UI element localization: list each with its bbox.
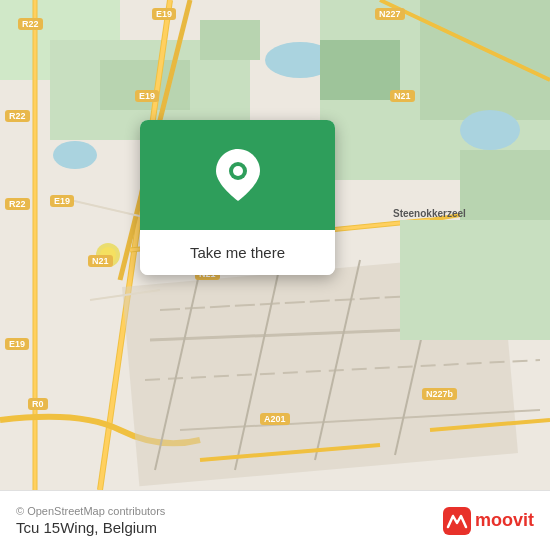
road-label-r22-left2: R22 (5, 198, 30, 210)
svg-rect-10 (200, 20, 260, 60)
popup-card: Take me there (140, 120, 335, 275)
road-label-r22-top: R22 (18, 18, 43, 30)
svg-rect-9 (100, 60, 190, 110)
moovit-logo-icon (443, 507, 471, 535)
road-label-n21-right: N21 (390, 90, 415, 102)
road-label-n227-top: N227 (375, 8, 405, 20)
map-label-steenokkerzeel: Steenokkerzeel (393, 208, 466, 219)
road-label-r22-left1: R22 (5, 110, 30, 122)
svg-point-38 (233, 166, 243, 176)
svg-point-6 (460, 110, 520, 150)
road-label-e19-mid2: E19 (50, 195, 74, 207)
road-label-e19-bottom: E19 (5, 338, 29, 350)
svg-rect-8 (320, 40, 400, 100)
take-me-there-button[interactable]: Take me there (140, 230, 335, 275)
moovit-logo: moovit (443, 507, 534, 535)
bottom-left: © OpenStreetMap contributors Tcu 15Wing,… (16, 505, 165, 536)
road-label-a201-bottom: A201 (260, 413, 290, 425)
road-label-e19-mid1: E19 (135, 90, 159, 102)
location-name: Tcu 15Wing, Belgium (16, 519, 165, 536)
moovit-brand-text: moovit (475, 510, 534, 531)
map-container: R22 E19 N227 R22 R22 E19 E19 N21 N21 N21… (0, 0, 550, 490)
svg-rect-35 (400, 220, 550, 340)
road-label-n227b-bottom: N227b (422, 388, 457, 400)
popup-green-area (140, 120, 335, 230)
road-label-r0-bottom: R0 (28, 398, 48, 410)
svg-point-7 (53, 141, 97, 169)
copyright-text: © OpenStreetMap contributors (16, 505, 165, 517)
svg-rect-36 (460, 150, 550, 220)
bottom-bar: © OpenStreetMap contributors Tcu 15Wing,… (0, 490, 550, 550)
svg-rect-2 (420, 0, 550, 120)
location-pin-icon (216, 149, 260, 201)
road-label-e19-top: E19 (152, 8, 176, 20)
road-label-n21-bottom1: N21 (88, 255, 113, 267)
